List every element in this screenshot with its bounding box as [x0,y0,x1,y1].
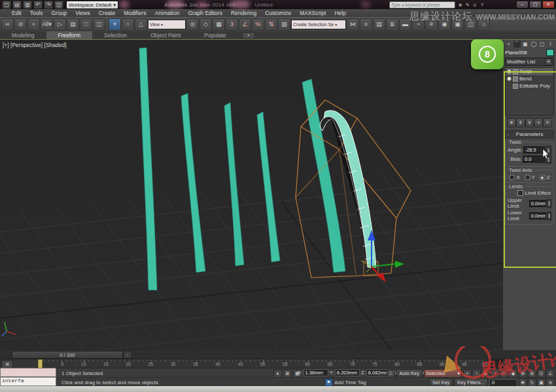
add-time-tag[interactable]: ⚑ Add Time Tag [325,379,366,386]
lower-limit-input[interactable]: 0.0mm [529,212,546,220]
select-object-button[interactable]: ▷ [54,18,66,31]
select-and-rotate-button[interactable]: ○ [122,18,134,31]
ribbon-tab[interactable]: Freeform [46,31,92,39]
snap-toggle-button[interactable]: 3 [226,18,238,31]
y-coordinate-input[interactable]: 6.203mm [335,369,360,376]
menu-item[interactable]: Edit [12,10,22,16]
make-unique-button[interactable]: ∨ [525,118,534,127]
open-file-icon[interactable]: ▤ [12,1,22,9]
select-and-move-button[interactable]: + [109,18,121,31]
ribbon-options-dropdown[interactable]: ▾ [242,32,255,39]
current-frame-input[interactable]: 0 [489,379,517,387]
menu-item[interactable]: Animation [155,10,180,16]
modifier-list-dropdown[interactable]: Modifier List ▾ [505,57,554,66]
x-coordinate-input[interactable]: 1.36mm [304,369,328,376]
rendered-frame-button[interactable]: ◫ [464,18,477,31]
percent-snap-button[interactable]: % [252,18,264,31]
ribbon-tab[interactable]: Object Paint [139,31,192,39]
schematic-view-button[interactable]: # [425,18,438,31]
render-setup-button[interactable]: ▣ [451,18,464,31]
modifier-stack-item[interactable]: Bend [506,75,553,82]
parameters-rollout-header[interactable]: - Parameters [505,130,554,139]
search-help-icon[interactable]: ⊕ [457,2,464,8]
align-button[interactable]: ≡ [360,18,372,31]
object-color-swatch[interactable] [546,49,554,56]
axis-radio[interactable]: Z [540,174,550,180]
menu-item[interactable]: Graph Editors [188,10,222,16]
select-and-link-button[interactable]: ∞ [1,18,14,31]
modify-tab-icon[interactable]: ⌒ [513,41,521,48]
create-tab-icon[interactable]: + [505,41,512,48]
new-scene-icon[interactable]: ▢ [2,1,11,9]
axis-radio[interactable]: X [509,174,519,180]
curve-editor-button[interactable]: ~ [412,18,425,31]
lower-limit-spinner[interactable]: ▲▼ [547,212,551,220]
selection-region-button[interactable]: □ [80,18,92,31]
menu-item[interactable]: Help [334,10,345,16]
upper-limit-spinner[interactable]: ▲▼ [547,199,551,208]
save-file-icon[interactable]: ▥ [23,1,32,9]
search-input[interactable]: Type a keyword or phrase [389,1,455,8]
undo-icon[interactable]: ↶ [33,1,43,9]
selection-filter-dropdown[interactable]: All▾ [41,18,53,31]
spinner-snap-button[interactable]: ⇅ [265,18,277,31]
keyboard-override-button[interactable]: ▦ [213,18,225,31]
configure-modifier-sets-button[interactable]: ≡ [543,118,552,127]
menu-item[interactable]: Tools [30,10,43,16]
viewport-label[interactable]: [+] [Perspective] [Shaded] [3,42,67,48]
modifier-stack-item[interactable]: Twist [506,68,553,75]
limit-effect-checkbox[interactable] [517,190,523,196]
menu-item[interactable]: MAXScript [300,10,326,16]
motion-tab-icon[interactable]: ◯ [530,41,537,48]
menu-item[interactable]: Create [99,10,116,16]
help-icon[interactable]: ? [479,2,485,8]
menu-item[interactable]: Customize [265,10,291,16]
ribbon-toggle-button[interactable]: ▬ [399,18,411,31]
menu-item[interactable]: Group [52,10,67,16]
communication-center-icon[interactable]: ✎ [464,2,471,8]
mirror-button[interactable]: ⋈ [347,18,359,31]
select-and-scale-button[interactable]: △ [135,18,147,31]
lightbulb-icon[interactable] [507,76,512,81]
show-end-result-button[interactable]: ‖ [516,118,525,127]
redo-icon[interactable]: ↷ [44,1,53,9]
remove-modifier-button[interactable]: × [534,118,543,127]
time-slider[interactable]: 0 / 100 [12,351,123,359]
close-button[interactable]: ✕ [542,1,555,8]
scene-explorer-button[interactable]: ▤ [373,18,385,31]
window-crossing-button[interactable]: ◫ [93,18,105,31]
upper-limit-input[interactable]: 0.0mm [529,200,546,207]
select-by-name-button[interactable]: ▤ [67,18,79,31]
ribbon-tab[interactable]: Populate [192,31,238,39]
hierarchy-tab-icon[interactable]: ▣ [522,41,529,48]
track-bar[interactable]: ▦ 51015202530354045505560657075808590951… [0,359,556,368]
display-tab-icon[interactable]: ▢ [538,41,546,48]
minimize-button[interactable]: – [516,1,529,8]
ribbon-tab[interactable]: Selection [92,31,139,39]
menu-item[interactable]: Rendering [231,10,256,16]
render-production-button[interactable]: ☼ [478,18,490,31]
axis-radio[interactable]: Y [525,174,535,180]
selection-set-dropdown[interactable]: Create Selection Se ▾ [291,20,346,29]
workspace-dropdown[interactable]: Workspace: Default ▾ [66,1,118,9]
next-frame-arrow[interactable]: › [123,351,132,359]
timeline-ruler[interactable]: 5101520253035404550556065707580859095100 [39,359,487,368]
perspective-viewport[interactable]: [+] [Perspective] [Shaded] [0,39,502,350]
modifier-stack-item[interactable]: Editable Poly [506,82,553,90]
select-and-manipulate-button[interactable]: ◇ [200,18,212,31]
reference-coordinate-dropdown[interactable]: View ▾ [148,20,186,29]
ribbon-tab[interactable]: Modeling [0,31,46,39]
angle-snap-button[interactable]: ∠ [239,18,251,31]
unlink-selection-button[interactable]: ⊘ [14,18,27,31]
bind-to-space-warp-button[interactable]: ≈ [27,18,40,31]
layer-manager-button[interactable]: ≣ [386,18,398,31]
maxscript-listener-field[interactable]: interfa [0,377,56,386]
project-folder-icon[interactable]: ◫ [54,1,63,9]
favorites-icon[interactable]: ✩ [472,2,478,8]
material-editor-button[interactable]: ◉ [438,18,451,31]
lightbulb-icon[interactable] [507,69,512,74]
object-name-field[interactable]: Plane006 [505,50,527,56]
pin-stack-button[interactable]: ∗ [507,118,516,127]
restore-button[interactable]: ▢ [529,1,542,8]
utilities-tab-icon[interactable]: ⌇ [547,41,554,48]
